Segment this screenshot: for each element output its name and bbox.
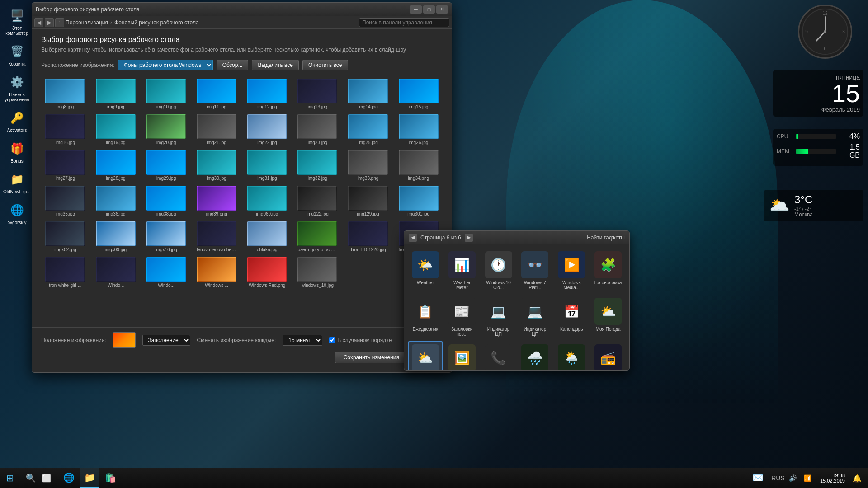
image-thumbnail[interactable]: img16.jpg xyxy=(41,113,90,146)
image-thumbnail[interactable]: img38.jpg xyxy=(142,184,190,218)
image-thumbnail[interactable]: img32.jpg xyxy=(293,149,342,182)
image-thumbnail[interactable]: img22.jpg xyxy=(243,113,292,146)
position-select[interactable]: Заполнение xyxy=(142,335,190,346)
image-thumbnail[interactable]: ozero-gory-otrazh-enie-priroda-348... xyxy=(293,220,342,253)
image-thumbnail[interactable]: img14.jpg xyxy=(344,77,392,111)
gadget-item-win10-clock[interactable]: 🕐 Windows 10 Clo... xyxy=(481,248,516,293)
image-thumbnail[interactable]: img129.jpg xyxy=(344,184,392,218)
gadget-item-weather-center[interactable]: 🌧️ Центр Погоди xyxy=(518,341,553,371)
gadget-item-weather-center2[interactable]: 🌦️ Центр Погоды xyxy=(554,341,589,371)
image-thumbnail[interactable]: img20.jpg xyxy=(142,113,190,146)
gadget-item-phone-book[interactable]: 📞 Телефонная кн... xyxy=(481,341,516,371)
back-button[interactable]: ◀ xyxy=(34,18,43,27)
image-thumbnail[interactable]: Tron HD-1920.jpg xyxy=(344,220,392,253)
image-thumbnail[interactable]: img23.jpg xyxy=(293,113,342,146)
image-thumbnail[interactable]: img122.jpg xyxy=(293,184,342,218)
image-thumbnail[interactable]: imgx16.jpg xyxy=(142,220,190,253)
gadget-item-cpu-ind2[interactable]: 💻 Индикатор ЦП xyxy=(518,295,553,340)
image-thumbnail[interactable]: img9.jpg xyxy=(92,77,140,111)
image-thumbnail[interactable]: img12.jpg xyxy=(243,77,292,111)
save-button[interactable]: Сохранить изменения xyxy=(335,352,408,363)
sidebar-item-computer[interactable]: 🖥️ Этот компьютер xyxy=(1,5,33,38)
gadget-item-radio-center[interactable]: 📻 Центр Радио xyxy=(590,341,626,371)
image-thumbnail[interactable]: img35.jpg xyxy=(41,184,90,218)
task-view-button[interactable]: ⬜ xyxy=(38,470,54,486)
image-thumbnail[interactable]: Windows ... xyxy=(193,256,241,289)
image-thumbnail[interactable]: img15.jpg xyxy=(394,77,443,111)
image-thumbnail[interactable]: img30.jpg xyxy=(193,149,241,182)
gadget-item-headlines[interactable]: 📰 Заголовки нов... xyxy=(444,295,480,340)
image-thumbnail[interactable]: img29.jpg xyxy=(142,149,190,182)
image-thumbnail[interactable]: img28.jpg xyxy=(92,149,140,182)
image-thumbnail[interactable]: img36.jpg xyxy=(92,184,140,218)
image-thumbnail[interactable]: img21.jpg xyxy=(193,113,241,146)
gadget-item-calendar[interactable]: 📅 Календарь xyxy=(554,295,589,340)
forward-button[interactable]: ▶ xyxy=(45,18,54,27)
taskbar-app-explorer[interactable]: 📁 xyxy=(80,468,99,488)
gadget-item-slideshow[interactable]: 🖼️ Показ слайд... xyxy=(444,341,480,371)
gadget-item-win-media[interactable]: ▶️ Windows Media... xyxy=(554,248,589,293)
image-thumbnail[interactable]: img19.jpg xyxy=(92,113,140,146)
browse-button[interactable]: Обзор... xyxy=(217,60,249,70)
image-thumbnail[interactable]: imgx02.jpg xyxy=(41,220,90,253)
image-thumbnail[interactable]: img11.jpg xyxy=(193,77,241,111)
gadget-prev-button[interactable]: ◀ xyxy=(409,234,417,242)
clear-all-button[interactable]: Очистить все xyxy=(302,60,348,70)
gadget-item-diary[interactable]: 📋 Ежедневник xyxy=(408,295,443,340)
start-button[interactable]: ⊞ xyxy=(0,468,20,488)
maximize-button[interactable]: □ xyxy=(423,5,435,14)
image-thumbnail[interactable]: img34.png xyxy=(394,149,443,182)
image-thumbnail[interactable]: tron-white-girl-... xyxy=(41,256,90,289)
image-thumbnail[interactable]: img31.jpg xyxy=(243,149,292,182)
gadget-item-puzzle[interactable]: 🧩 Головоломка xyxy=(590,248,626,293)
taskbar-clock[interactable]: 19:38 15.02.2019 xyxy=(816,472,849,484)
select-all-button[interactable]: Выделить все xyxy=(252,60,299,70)
tray-volume-icon[interactable]: 🔊 xyxy=(787,472,799,484)
taskbar-app-ie[interactable]: 🌐 xyxy=(59,468,79,488)
taskbar-mail-button[interactable]: ✉️ xyxy=(748,468,768,488)
image-thumbnail[interactable]: img26.jpg xyxy=(394,113,443,146)
image-thumbnail[interactable]: img069.jpg xyxy=(243,184,292,218)
tray-network-icon[interactable]: 📶 xyxy=(802,472,814,484)
random-order-checkbox[interactable] xyxy=(329,337,335,343)
sidebar-item-control-panel[interactable]: ⚙️ Панель управления xyxy=(1,71,33,104)
close-button[interactable]: ✕ xyxy=(436,5,448,14)
image-thumbnail[interactable]: Windows Red.png xyxy=(243,256,292,289)
image-thumbnail[interactable]: img301.jpg xyxy=(394,184,443,218)
breadcrumb-wallpaper[interactable]: Фоновый рисунок рабочего стола xyxy=(114,19,199,26)
image-thumbnail[interactable]: img10.jpg xyxy=(142,77,190,111)
tray-language-icon[interactable]: RUS xyxy=(772,472,784,484)
gadget-item-my-weather[interactable]: ⛅ Моя Погода xyxy=(590,295,626,340)
breadcrumb-personalization[interactable]: Персонализация xyxy=(66,19,108,26)
taskbar-notification-button[interactable]: 🔔 xyxy=(851,472,863,484)
image-thumbnail[interactable]: lenovo-lenovo-bely-logotip.jpg xyxy=(193,220,241,253)
image-thumbnail[interactable]: img13.jpg xyxy=(293,77,342,111)
gadget-item-cpu-ind[interactable]: 💻 Индикатор ЦП xyxy=(481,295,516,340)
search-button[interactable]: 🔍 xyxy=(23,470,38,486)
image-thumbnail[interactable]: img25.jpg xyxy=(344,113,392,146)
image-thumbnail[interactable]: img33.png xyxy=(344,149,392,182)
sidebar-item-trash[interactable]: 🗑️ Корзина xyxy=(1,40,33,69)
location-select[interactable]: Фоны рабочего стола Windows xyxy=(118,60,213,70)
gadget-item-weather-meter[interactable]: 📊 Weather Meter xyxy=(444,248,480,293)
sidebar-item-activators[interactable]: 🔑 Activators xyxy=(1,107,33,135)
image-thumbnail[interactable]: imgx09.jpg xyxy=(92,220,140,253)
gadget-item-win7-plat[interactable]: 👓 Windows 7 Plati... xyxy=(518,248,553,293)
sidebar-item-bonus[interactable]: 🎁 Bonus xyxy=(1,137,33,166)
search-input[interactable] xyxy=(359,18,449,27)
image-thumbnail[interactable]: img27.jpg xyxy=(41,149,90,182)
image-thumbnail[interactable]: img8.jpg xyxy=(41,77,90,111)
sidebar-item-ovgorskiy[interactable]: 🌐 ovgorskiy xyxy=(1,199,33,227)
sidebar-item-old-explorer[interactable]: 📁 OldNewExp... xyxy=(1,168,33,197)
image-thumbnail[interactable]: Windo... xyxy=(92,256,140,289)
up-button[interactable]: ↑ xyxy=(55,18,64,27)
image-thumbnail[interactable]: img39.png xyxy=(193,184,241,218)
gadget-item-my-weather2[interactable]: ⛅ Моя Погода xyxy=(408,341,443,371)
minimize-button[interactable]: ─ xyxy=(410,5,422,14)
gadget-item-weather[interactable]: 🌤️ Weather xyxy=(408,248,443,293)
image-thumbnail[interactable]: oblaka.jpg xyxy=(243,220,292,253)
image-thumbnail[interactable]: Windo... xyxy=(142,256,190,289)
gadget-next-button[interactable]: ▶ xyxy=(465,234,473,242)
taskbar-app-store[interactable]: 🛍️ xyxy=(100,468,120,488)
interval-select[interactable]: 15 минут xyxy=(283,335,322,346)
